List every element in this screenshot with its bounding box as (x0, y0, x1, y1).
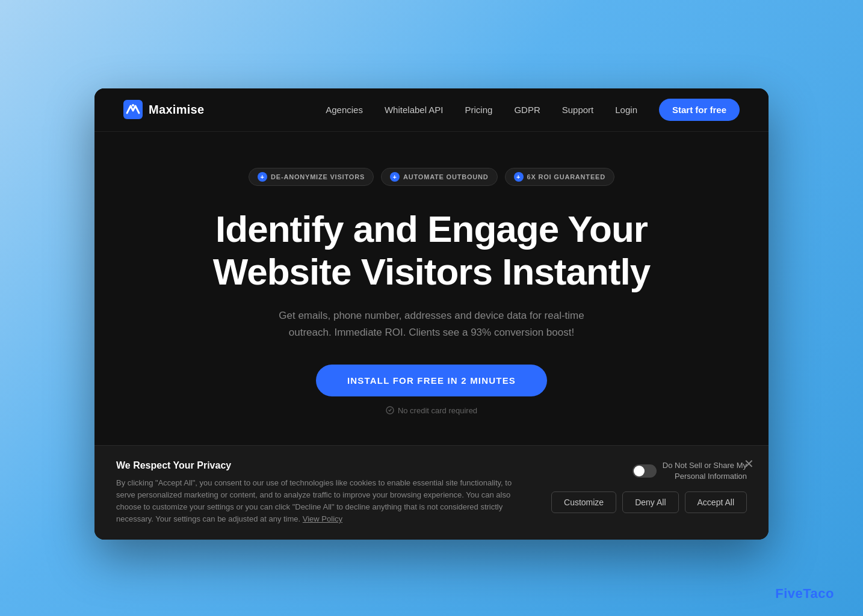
logo-text: Maximise (149, 103, 204, 117)
deny-all-button[interactable]: Deny All (622, 491, 678, 513)
badge-roi: 6X ROI GUARANTEED (505, 168, 614, 186)
do-not-sell-row: Do Not Sell or Share MyPersonal Informat… (633, 460, 747, 482)
hero-title: Identify and Engage Your Website Visitor… (213, 208, 650, 294)
cookie-banner: We Respect Your Privacy By clicking "Acc… (94, 445, 769, 540)
accept-all-button[interactable]: Accept All (685, 491, 747, 513)
logo-icon (123, 100, 143, 119)
hero-section: DE-ANONYMIZE VISITORS AUTOMATE OUTBOUND … (94, 132, 769, 445)
lock-icon (386, 406, 394, 414)
install-cta-button[interactable]: INSTALL FOR FREE IN 2 MINUTES (316, 365, 547, 396)
cookie-right: Do Not Sell or Share MyPersonal Informat… (551, 460, 747, 513)
cookie-content: We Respect Your Privacy By clicking "Acc… (116, 460, 527, 526)
cookie-title: We Respect Your Privacy (116, 460, 527, 471)
logo[interactable]: Maximise (123, 100, 204, 119)
no-credit-card-note: No credit card required (386, 406, 477, 415)
badges-row: DE-ANONYMIZE VISITORS AUTOMATE OUTBOUND … (249, 168, 614, 186)
hero-subtitle: Get emails, phone number, addresses and … (263, 307, 600, 340)
nav-gdpr[interactable]: GDPR (514, 105, 540, 115)
badge-icon-2 (390, 172, 400, 182)
nav-pricing[interactable]: Pricing (465, 105, 493, 115)
nav-cta-button[interactable]: Start for free (659, 99, 740, 121)
nav-agencies[interactable]: Agencies (326, 105, 363, 115)
badge-icon-3 (514, 172, 524, 182)
cookie-close-button[interactable]: ✕ (744, 458, 754, 470)
nav-whitelabel[interactable]: Whitelabel API (385, 105, 444, 115)
fivetaco-watermark: FiveTaco (775, 586, 834, 602)
nav-support[interactable]: Support (562, 105, 594, 115)
nav-login[interactable]: Login (615, 105, 637, 115)
nav-links: Agencies Whitelabel API Pricing GDPR Sup… (326, 99, 740, 121)
badge-icon-1 (258, 172, 267, 182)
badge-deanonymize: DE-ANONYMIZE VISITORS (249, 168, 374, 186)
do-not-sell-label: Do Not Sell or Share MyPersonal Informat… (663, 460, 747, 482)
cookie-buttons: Customize Deny All Accept All (551, 491, 747, 513)
view-policy-link[interactable]: View Policy (303, 514, 342, 523)
navbar: Maximise Agencies Whitelabel API Pricing… (94, 88, 769, 132)
do-not-sell-toggle[interactable] (633, 464, 657, 478)
browser-window: Maximise Agencies Whitelabel API Pricing… (94, 88, 769, 540)
badge-automate: AUTOMATE OUTBOUND (381, 168, 498, 186)
customize-button[interactable]: Customize (551, 491, 616, 513)
cookie-text: By clicking "Accept All", you consent to… (116, 477, 527, 526)
svg-point-1 (132, 104, 134, 106)
